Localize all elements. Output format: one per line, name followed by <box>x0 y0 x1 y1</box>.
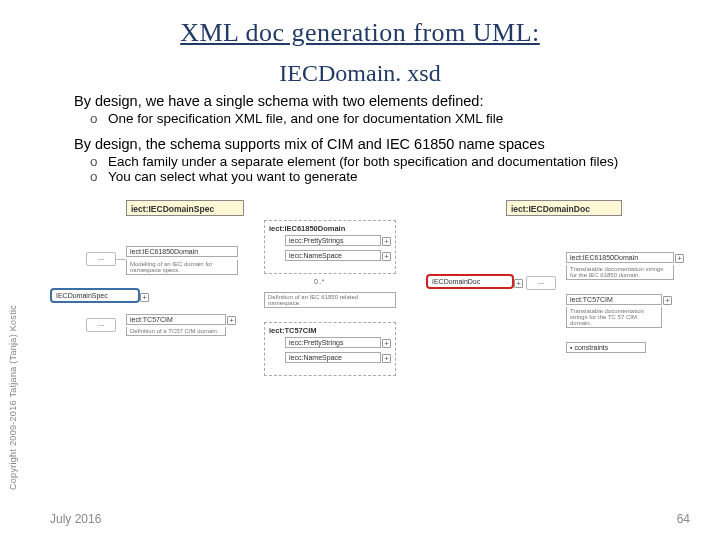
uml-connector <box>116 259 126 260</box>
node-right-tc57: iect:TC57CIM + <box>566 294 662 305</box>
group-label: iect:IEC61850Domain <box>269 224 391 233</box>
node-prettystrings: iecc:PrettyStrings + <box>285 235 381 246</box>
section-2: By design, the schema supports mix of CI… <box>0 130 720 184</box>
node-label: iect:TC57CIM <box>130 316 173 323</box>
expand-icon[interactable]: + <box>382 252 391 261</box>
node-label: iect:IEC61850Domain <box>570 254 638 261</box>
group-tc57cim: iect:TC57CIM iecc:PrettyStrings + iecc:N… <box>264 322 396 376</box>
expand-icon[interactable]: + <box>227 316 236 325</box>
group-iec61850domain: iect:IEC61850Domain iecc:PrettyStrings +… <box>264 220 396 274</box>
node-desc-61850-details: Definition of an IEC 61850 related names… <box>264 292 396 308</box>
footer-page: 64 <box>677 512 690 526</box>
node-label: iect:IECDomainSpec <box>131 204 214 214</box>
section-2-list: Each family under a separate element (fo… <box>90 154 650 184</box>
footer: July 2016 64 <box>50 512 690 526</box>
node-iecdomainspec-highlight: IECDomainSpec + <box>50 288 140 303</box>
expand-icon[interactable]: + <box>382 237 391 246</box>
node-iecdomainspec-root: iect:IECDomainSpec <box>126 200 244 216</box>
section-2-head: By design, the schema supports mix of CI… <box>74 136 650 152</box>
node-label: iect:IECDomainDoc <box>511 204 590 214</box>
bullet-item: Each family under a separate element (fo… <box>90 154 650 169</box>
section-1-list: One for specification XML file, and one … <box>90 111 650 126</box>
section-1-head: By design, we have a single schema with … <box>74 93 650 109</box>
node-desc-tc57cim: Definition of a TC57 CIM domain. <box>126 327 226 336</box>
node-desc-iec61850: Modelling of an IEC domain for namespace… <box>126 260 238 275</box>
expand-icon[interactable]: + <box>382 339 391 348</box>
node-namespace: iecc:NameSpace + <box>285 250 381 261</box>
node-prettystrings-2: iecc:PrettyStrings + <box>285 337 381 348</box>
expand-icon[interactable]: + <box>140 293 149 302</box>
copyright-text: Copyright 2009-2016 Tatjana (Tanja) Kost… <box>8 305 18 490</box>
group-label: iect:TC57CIM <box>269 326 391 335</box>
sequence-connector-icon: ··· <box>86 318 116 332</box>
node-iecdomaindoc-highlight: IECDomainDoc + <box>426 274 514 289</box>
expand-icon[interactable]: + <box>675 254 684 263</box>
sequence-connector-icon: ··· <box>526 276 556 290</box>
node-label: iecc:PrettyStrings <box>289 237 343 244</box>
expand-icon[interactable]: + <box>663 296 672 305</box>
node-constraints: ▪ constraints <box>566 342 646 353</box>
bullet-item: You can select what you want to generate <box>90 169 650 184</box>
occurs-label: 0..* <box>314 278 325 285</box>
footer-date: July 2016 <box>50 512 101 526</box>
page-subtitle: IECDomain. xsd <box>0 60 720 87</box>
node-label: constraints <box>574 344 608 351</box>
sequence-connector-icon: ··· <box>86 252 116 266</box>
node-iecdomaindoc-root: iect:IECDomainDoc <box>506 200 622 216</box>
node-desc-right-tc57: Translatable documentation strings for t… <box>566 307 662 328</box>
node-tc57cim: iect:TC57CIM + <box>126 314 226 325</box>
node-namespace-2: iecc:NameSpace + <box>285 352 381 363</box>
uml-diagram: iect:IECDomainSpec iect:IEC61850Domain M… <box>46 192 666 412</box>
page-title: XML doc generation from UML: <box>0 0 720 48</box>
node-label: iecc:NameSpace <box>289 252 342 259</box>
node-label: IECDomainSpec <box>56 292 108 299</box>
bullet-item: One for specification XML file, and one … <box>90 111 650 126</box>
node-label: iect:TC57CIM <box>570 296 613 303</box>
node-iec61850domain: iect:IEC61850Domain <box>126 246 238 257</box>
node-label: IECDomainDoc <box>432 278 480 285</box>
node-label: iecc:NameSpace <box>289 354 342 361</box>
expand-icon[interactable]: + <box>382 354 391 363</box>
node-label: iecc:PrettyStrings <box>289 339 343 346</box>
node-desc-right-61850: Translatable documentation strings for t… <box>566 265 674 280</box>
node-right-61850: iect:IEC61850Domain + <box>566 252 674 263</box>
expand-icon[interactable]: + <box>514 279 523 288</box>
node-label: iect:IEC61850Domain <box>130 248 198 255</box>
section-1: By design, we have a single schema with … <box>0 87 720 126</box>
